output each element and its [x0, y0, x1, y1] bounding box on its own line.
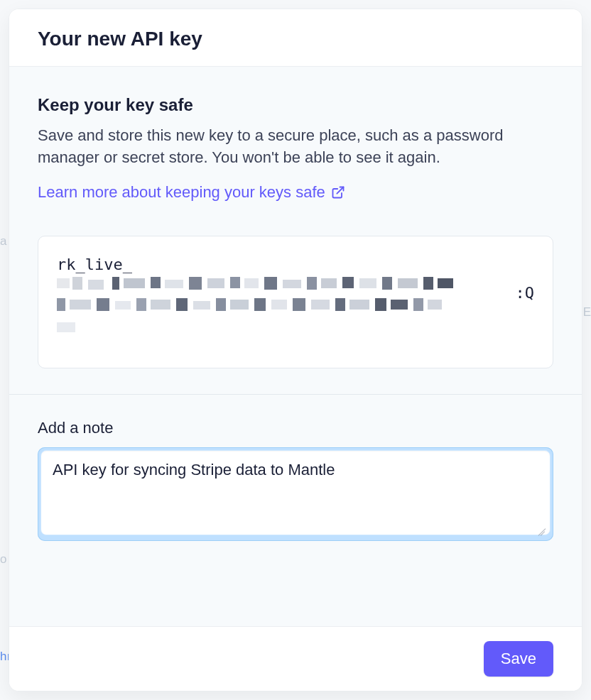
svg-rect-26 — [70, 300, 91, 310]
svg-rect-9 — [207, 278, 224, 288]
api-key-display[interactable]: rk_live_ — [38, 236, 553, 368]
svg-rect-38 — [311, 300, 330, 310]
svg-rect-11 — [244, 278, 259, 288]
svg-rect-8 — [189, 277, 202, 290]
svg-rect-31 — [176, 298, 188, 311]
svg-rect-4 — [112, 277, 119, 290]
background-hint: a — [0, 234, 6, 248]
svg-rect-2 — [72, 277, 82, 290]
svg-rect-21 — [438, 278, 453, 288]
learn-more-link[interactable]: Learn more about keeping your keys safe — [38, 183, 553, 202]
svg-rect-15 — [321, 278, 337, 288]
save-button[interactable]: Save — [484, 641, 553, 677]
svg-rect-35 — [254, 298, 266, 311]
svg-rect-14 — [307, 277, 317, 290]
svg-rect-18 — [382, 277, 392, 290]
svg-rect-33 — [216, 298, 226, 311]
api-key-suffix: :Q — [516, 280, 535, 305]
svg-rect-5 — [124, 278, 145, 288]
svg-rect-17 — [359, 278, 376, 288]
svg-rect-41 — [375, 298, 386, 311]
background-hint: E — [583, 305, 591, 319]
svg-rect-13 — [283, 280, 301, 288]
modal-title: Your new API key — [38, 28, 553, 50]
svg-rect-40 — [349, 300, 369, 310]
svg-rect-49 — [57, 322, 75, 332]
background-hint: o — [0, 552, 6, 567]
svg-rect-43 — [413, 298, 423, 311]
svg-rect-42 — [391, 300, 408, 310]
svg-rect-12 — [264, 277, 277, 290]
svg-rect-3 — [88, 280, 104, 290]
svg-rect-20 — [423, 277, 433, 290]
svg-rect-29 — [136, 298, 146, 311]
note-input[interactable] — [40, 450, 551, 535]
svg-rect-34 — [230, 300, 249, 310]
svg-rect-39 — [335, 298, 345, 311]
note-label: Add a note — [38, 419, 553, 437]
svg-rect-36 — [271, 300, 287, 310]
svg-rect-28 — [115, 301, 131, 310]
api-key-prefix: rk_live_ — [57, 256, 132, 273]
learn-more-label: Learn more about keeping your keys safe — [38, 183, 325, 202]
svg-rect-27 — [97, 298, 109, 311]
svg-rect-19 — [398, 278, 418, 288]
svg-rect-6 — [151, 277, 161, 288]
svg-rect-30 — [151, 300, 170, 310]
svg-rect-10 — [230, 277, 240, 288]
modal-body: Keep your key safe Save and store this n… — [9, 67, 582, 626]
keep-safe-body: Save and store this new key to a secure … — [38, 125, 553, 169]
keep-safe-heading: Keep your key safe — [38, 95, 553, 115]
redacted-key-icon — [57, 277, 455, 345]
svg-rect-1 — [57, 278, 70, 288]
modal-footer: Save — [9, 626, 582, 691]
svg-rect-32 — [193, 301, 210, 310]
svg-rect-25 — [57, 298, 65, 311]
note-field-wrapper — [38, 447, 553, 541]
modal-header: Your new API key — [9, 9, 582, 67]
svg-rect-16 — [342, 277, 354, 288]
section-divider — [9, 394, 582, 395]
svg-rect-37 — [293, 298, 305, 311]
svg-rect-44 — [428, 300, 442, 310]
svg-line-0 — [337, 187, 343, 193]
svg-rect-7 — [165, 280, 183, 288]
api-key-modal: Your new API key Keep your key safe Save… — [9, 9, 582, 691]
external-link-icon — [331, 185, 345, 199]
